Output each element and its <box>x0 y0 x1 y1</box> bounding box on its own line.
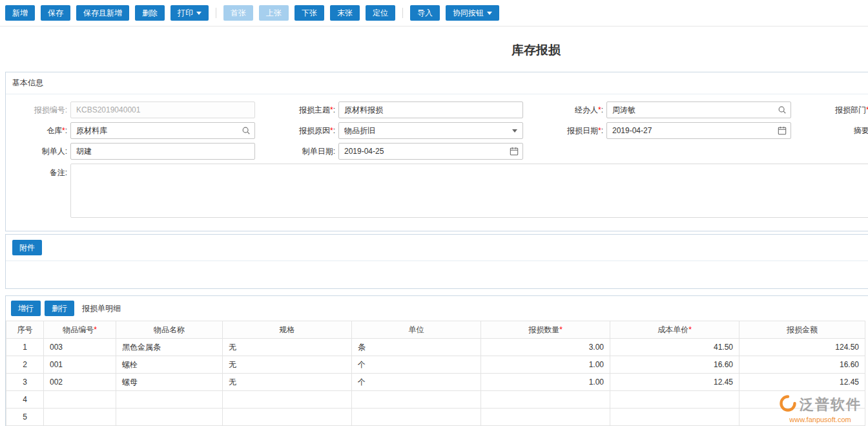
delete-row-label: 删行 <box>52 304 67 312</box>
cell-cost-price[interactable]: 12.45 <box>610 374 739 391</box>
cell-spec[interactable]: 无 <box>223 356 352 374</box>
creator-input[interactable] <box>70 143 255 160</box>
cell-cost-price[interactable]: 16.60 <box>610 356 739 374</box>
cell-cost-price[interactable] <box>610 409 739 426</box>
cell-loss-amount[interactable]: 124.50 <box>739 339 865 356</box>
print-button[interactable]: 打印 <box>170 5 209 21</box>
collaborate-button-label: 协同按钮 <box>453 9 484 17</box>
toolbar: 新增 保存 保存且新增 删除 打印 首张 上张 下张 末张 定位 导入 协同按钮 <box>0 0 868 27</box>
table-header-row: 序号 物品编号* 物品名称 规格 单位 报损数量* 成本单价* 报损金额 <box>6 321 865 339</box>
cell-cost-price[interactable]: 41.50 <box>610 339 739 356</box>
col-header-loss-qty: 报损数量* <box>481 321 610 339</box>
form-content: 库存报损 基本信息 报损编号: 报损主题*: 经办人*: <box>0 27 868 426</box>
detail-toolbar: 增行 删行 报损单明细 <box>6 296 868 321</box>
cell-unit[interactable]: 个 <box>352 374 481 391</box>
search-icon[interactable] <box>242 126 251 135</box>
table-row[interactable]: 1 003 黑色金属条 无 条 3.00 41.50 124.50 <box>6 339 865 356</box>
prev-record-button[interactable]: 上张 <box>259 5 289 21</box>
field-summary: 摘要: <box>810 122 868 139</box>
cell-item-name[interactable]: 螺母 <box>116 374 223 391</box>
new-button[interactable]: 新增 <box>5 5 35 21</box>
cell-loss-qty[interactable] <box>481 409 610 426</box>
search-icon[interactable] <box>778 105 787 114</box>
loss-date-input[interactable] <box>606 122 791 139</box>
cell-cost-price[interactable] <box>610 391 739 409</box>
last-record-button[interactable]: 末张 <box>330 5 360 21</box>
cell-unit[interactable] <box>352 409 481 426</box>
toolbar-separator <box>402 8 403 18</box>
report-code-label: 报损编号: <box>6 105 70 116</box>
cell-seq: 3 <box>6 374 44 391</box>
field-report-code: 报损编号: <box>6 101 274 118</box>
cell-item-code[interactable]: 001 <box>44 356 116 374</box>
cell-loss-qty[interactable]: 3.00 <box>481 339 610 356</box>
field-handler: 经办人*: <box>542 101 810 118</box>
table-row[interactable]: 2 001 螺栓 无 个 1.00 16.60 16.60 <box>6 356 865 374</box>
summary-label: 摘要: <box>810 125 868 136</box>
cell-item-name[interactable]: 黑色金属条 <box>116 339 223 356</box>
collaborate-button[interactable]: 协同按钮 <box>446 5 499 21</box>
cell-item-code[interactable] <box>44 391 116 409</box>
cell-unit[interactable]: 条 <box>352 339 481 356</box>
cell-item-name[interactable]: 螺栓 <box>116 356 223 374</box>
add-row-label: 增行 <box>18 304 34 312</box>
cell-item-code[interactable] <box>44 409 116 426</box>
col-header-item-name: 物品名称 <box>116 321 223 339</box>
toolbar-separator <box>216 8 216 18</box>
col-header-spec: 规格 <box>223 321 352 339</box>
first-record-button[interactable]: 首张 <box>223 5 253 21</box>
add-row-button[interactable]: 增行 <box>11 301 41 316</box>
calendar-icon[interactable] <box>778 126 787 135</box>
table-row[interactable]: 3 002 螺母 无 个 1.00 12.45 12.45 <box>6 374 865 391</box>
cell-item-code[interactable]: 002 <box>44 374 116 391</box>
table-row[interactable]: 4 <box>6 391 865 409</box>
caret-down-icon[interactable] <box>512 129 517 133</box>
attachment-header: 附件 <box>6 235 868 261</box>
basic-info-section-title: 基本信息 <box>6 72 868 94</box>
warehouse-input[interactable] <box>70 122 255 139</box>
field-create-date: 制单日期: <box>274 143 542 160</box>
delete-row-button[interactable]: 删行 <box>45 301 74 316</box>
detail-table-body: 1 003 黑色金属条 无 条 3.00 41.50 124.50 2 001 … <box>6 339 865 426</box>
table-row[interactable]: 5 <box>6 409 865 426</box>
cell-spec[interactable] <box>223 391 352 409</box>
cell-loss-amount[interactable]: 12.45 <box>739 374 865 391</box>
cell-item-name[interactable] <box>116 409 223 426</box>
caret-down-icon <box>196 12 202 15</box>
cell-loss-qty[interactable] <box>481 391 610 409</box>
last-record-label: 末张 <box>337 9 353 17</box>
create-date-input[interactable] <box>338 143 523 160</box>
col-header-cost-price: 成本单价* <box>610 321 739 339</box>
cell-item-code[interactable]: 003 <box>44 339 116 356</box>
watermark: 泛普软件 www.fanpusoft.com <box>779 394 862 423</box>
next-record-button[interactable]: 下张 <box>294 5 324 21</box>
handler-input[interactable] <box>606 101 791 118</box>
cell-unit[interactable]: 个 <box>352 356 481 374</box>
new-button-label: 新增 <box>12 9 28 17</box>
locate-button[interactable]: 定位 <box>366 5 395 21</box>
cell-spec[interactable] <box>223 409 352 426</box>
field-warehouse: 仓库*: <box>6 122 274 139</box>
field-loss-date: 报损日期*: <box>542 122 810 139</box>
report-dept-label: 报损部门*: <box>810 105 868 116</box>
cell-spec[interactable]: 无 <box>223 374 352 391</box>
loss-reason-select[interactable] <box>338 122 523 139</box>
attachment-button[interactable]: 附件 <box>12 240 42 255</box>
report-subject-input[interactable] <box>338 101 523 118</box>
import-button[interactable]: 导入 <box>410 5 440 21</box>
cell-unit[interactable] <box>352 391 481 409</box>
calendar-icon[interactable] <box>510 147 519 156</box>
cell-loss-amount[interactable]: 16.60 <box>739 356 865 374</box>
loss-reason-label: 报损原因*: <box>274 125 338 136</box>
cell-spec[interactable]: 无 <box>223 339 352 356</box>
attachment-section: 附件 <box>5 234 868 289</box>
delete-button[interactable]: 删除 <box>135 5 165 21</box>
cell-loss-qty[interactable]: 1.00 <box>481 356 610 374</box>
cell-loss-qty[interactable]: 1.00 <box>481 374 610 391</box>
col-header-unit: 单位 <box>352 321 481 339</box>
save-and-new-button[interactable]: 保存且新增 <box>76 5 129 21</box>
cell-item-name[interactable] <box>116 391 223 409</box>
save-button[interactable]: 保存 <box>41 5 70 21</box>
field-creator: 制单人: <box>6 143 274 160</box>
remark-textarea[interactable] <box>70 164 868 218</box>
